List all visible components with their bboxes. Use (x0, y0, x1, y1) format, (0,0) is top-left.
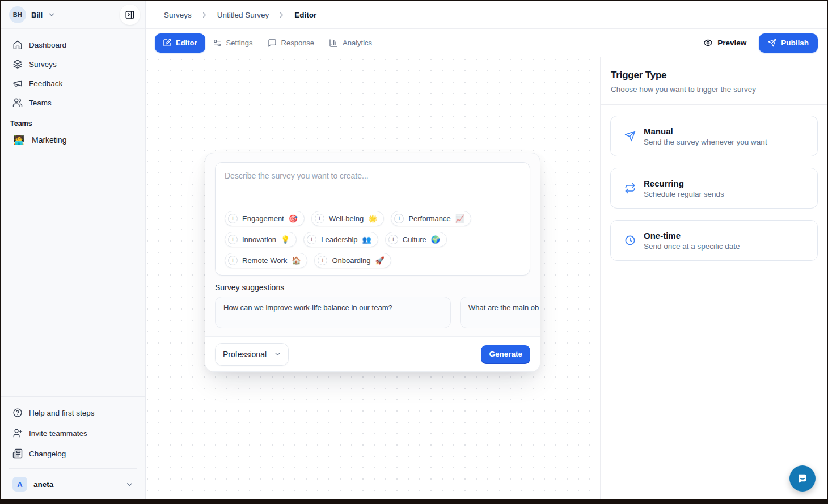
user-plus-icon (12, 428, 23, 438)
sidebar-item-invite[interactable]: Invite teammates (8, 423, 138, 443)
newspaper-icon (12, 448, 23, 459)
tab-analytics[interactable]: Analytics (322, 33, 379, 53)
sidebar-item-help[interactable]: Help and first steps (8, 403, 138, 423)
topic-chip-culture[interactable]: +Culture🌍 (385, 232, 447, 247)
trigger-option-recurring[interactable]: Recurring Schedule regular sends (610, 168, 818, 209)
option-title: Manual (644, 126, 767, 136)
topic-chip-engagement[interactable]: +Engagement🎯 (225, 211, 305, 226)
topic-chip-onboarding[interactable]: +Onboarding🚀 (314, 253, 391, 268)
publish-label: Publish (781, 39, 809, 47)
sidebar-item-label: Help and first steps (29, 409, 95, 417)
sidebar-item-surveys[interactable]: Surveys (8, 54, 138, 74)
collapse-sidebar-button[interactable] (120, 5, 140, 25)
sidebar-nav: Dashboard Surveys Feedback Teams (1, 29, 145, 112)
sidebar: BH Bill Dashboard Surveys Feedback (1, 1, 146, 499)
survey-description-input[interactable]: Describe the survey you want to create..… (215, 162, 530, 276)
technologist-emoji-icon: 🧑‍💻 (13, 135, 24, 145)
topic-chip-remote-work[interactable]: +Remote Work🏠 (225, 253, 307, 268)
composer-footer: Professional Generate (205, 336, 540, 371)
chip-label: Remote Work (242, 256, 287, 265)
edit-pencil-icon (163, 39, 171, 47)
workspace-switcher[interactable]: BH Bill (1, 1, 145, 29)
teams-section-label: Teams (10, 120, 136, 128)
plus-icon: + (315, 214, 324, 223)
topic-chip-innovation[interactable]: +Innovation💡 (225, 232, 297, 247)
chip-label: Leadership (321, 235, 357, 244)
sidebar-item-team-marketing[interactable]: 🧑‍💻 Marketing (8, 130, 138, 150)
star-emoji-icon: 🌟 (368, 215, 377, 222)
sidebar-item-label: Feedback (29, 79, 62, 88)
generate-button[interactable]: Generate (481, 345, 530, 363)
suggestion-card[interactable]: What are the main ob (460, 297, 540, 328)
suggestions-row: How can we improve work-life balance in … (215, 297, 540, 328)
sidebar-item-feedback[interactable]: Feedback (8, 74, 138, 93)
trigger-type-panel: Trigger Type Choose how you want to trig… (600, 57, 827, 499)
tab-response[interactable]: Response (260, 33, 322, 53)
chevron-right-icon (277, 11, 286, 19)
busts-emoji-icon: 👥 (362, 236, 371, 243)
plus-icon: + (388, 235, 398, 244)
toolbar-right: Preview Publish (703, 33, 818, 53)
help-circle-icon (12, 408, 23, 418)
chat-widget-button[interactable] (789, 465, 816, 492)
topic-chip-performance[interactable]: +Performance📈 (391, 211, 471, 226)
chat-bubble-icon (796, 472, 809, 485)
breadcrumb-surveys[interactable]: Surveys (164, 11, 192, 19)
tab-label: Analytics (343, 39, 372, 47)
editor-toolbar: Editor Settings Response Analytics Previ… (146, 29, 827, 57)
bulb-emoji-icon: 💡 (281, 236, 290, 243)
sidebar-spacer (1, 150, 145, 396)
breadcrumb-untitled-survey[interactable]: Untitled Survey (217, 11, 269, 19)
tone-select[interactable]: Professional (215, 343, 289, 366)
topic-chip-well-being[interactable]: +Well-being🌟 (311, 211, 384, 226)
option-title: Recurring (644, 179, 724, 188)
chip-label: Onboarding (332, 256, 370, 265)
trigger-options: Manual Send the survey whenever you want… (601, 105, 827, 261)
home-icon (12, 40, 23, 50)
publish-button[interactable]: Publish (759, 33, 818, 53)
breadcrumb-current: Editor (294, 11, 316, 19)
plus-icon: + (228, 235, 238, 244)
option-description: Send once at a specific date (644, 242, 740, 251)
trigger-option-one-time[interactable]: One-time Send once at a specific date (610, 220, 818, 261)
topic-chip-leadership[interactable]: +Leadership👥 (303, 232, 378, 247)
editor-canvas[interactable]: Describe the survey you want to create..… (146, 57, 600, 499)
sidebar-item-label: Invite teammates (29, 429, 87, 438)
main-column: Surveys Untitled Survey Editor Editor Se… (146, 1, 827, 499)
option-description: Schedule regular sends (644, 190, 724, 198)
layers-icon (12, 59, 23, 69)
user-menu[interactable]: A aneta (8, 472, 138, 496)
tab-label: Response (281, 39, 315, 47)
sidebar-item-label: Dashboard (29, 41, 66, 49)
option-title: One-time (644, 231, 740, 240)
plus-icon: + (394, 214, 404, 223)
house-emoji-icon: 🏠 (292, 257, 301, 264)
chevron-down-icon (125, 480, 134, 489)
tab-editor[interactable]: Editor (155, 33, 205, 53)
send-icon (768, 39, 776, 47)
clock-icon (624, 235, 636, 246)
sidebar-item-dashboard[interactable]: Dashboard (8, 35, 138, 54)
target-emoji-icon: 🎯 (289, 215, 298, 222)
tab-settings[interactable]: Settings (205, 33, 260, 53)
sidebar-item-teams[interactable]: Teams (8, 93, 138, 112)
send-icon (624, 130, 636, 142)
user-avatar: A (12, 477, 27, 492)
plus-icon: + (228, 214, 238, 223)
trigger-panel-header: Trigger Type Choose how you want to trig… (601, 57, 827, 105)
chevron-down-icon (48, 11, 56, 19)
preview-button[interactable]: Preview (703, 38, 746, 48)
chevron-down-icon (273, 350, 282, 358)
sidebar-item-label: Teams (29, 99, 52, 107)
input-placeholder: Describe the survey you want to create..… (225, 171, 369, 180)
topic-chips: +Engagement🎯 +Well-being🌟 +Performance📈 … (225, 211, 525, 268)
sidebar-item-changelog[interactable]: Changelog (8, 443, 138, 464)
sidebar-footer: Help and first steps Invite teammates Ch… (1, 396, 145, 499)
panel-collapse-icon (125, 10, 135, 20)
message-square-icon (268, 39, 277, 48)
trigger-option-manual[interactable]: Manual Send the survey whenever you want (610, 116, 818, 156)
tab-label: Editor (176, 39, 197, 47)
survey-composer-card: Describe the survey you want to create..… (205, 153, 540, 372)
suggestion-card[interactable]: How can we improve work-life balance in … (215, 297, 451, 328)
team-name: Marketing (32, 135, 66, 145)
